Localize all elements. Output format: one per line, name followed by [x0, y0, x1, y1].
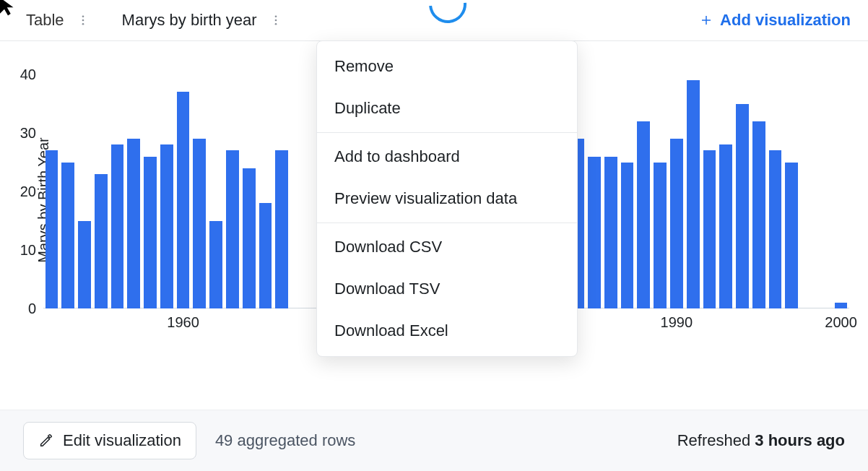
bar[interactable] — [61, 163, 74, 308]
tab-table-label: Table — [26, 11, 64, 30]
edit-icon — [38, 433, 54, 449]
svg-point-0 — [82, 15, 84, 17]
svg-point-3 — [274, 15, 277, 17]
x-tick: 1990 — [661, 314, 693, 331]
menu-remove[interactable]: Remove — [317, 46, 577, 87]
bar[interactable] — [736, 104, 749, 308]
bar[interactable] — [687, 80, 700, 308]
bar[interactable] — [209, 221, 222, 308]
bar[interactable] — [275, 150, 288, 308]
bar[interactable] — [752, 121, 765, 308]
bar[interactable] — [719, 144, 732, 308]
tab-table-menu-button[interactable] — [73, 10, 93, 30]
bar[interactable] — [769, 150, 782, 308]
bar[interactable] — [670, 139, 683, 308]
refreshed-label: Refreshed 3 hours ago — [677, 431, 845, 450]
tab-table[interactable]: Table — [17, 0, 73, 40]
svg-point-2 — [82, 23, 84, 25]
add-visualization-button[interactable]: Add visualization — [700, 11, 851, 30]
tab-viz-menu-button[interactable] — [266, 10, 286, 30]
tab-table-wrap: Table — [17, 0, 93, 40]
svg-point-5 — [274, 23, 277, 25]
menu-download-excel[interactable]: Download Excel — [317, 310, 577, 352]
tab-context-menu: Remove Duplicate Add to dashboard Previe… — [316, 40, 578, 357]
menu-download-tsv[interactable]: Download TSV — [317, 268, 577, 310]
bar[interactable] — [160, 144, 173, 308]
edit-visualization-button[interactable]: Edit visualization — [23, 422, 196, 459]
bar[interactable] — [177, 92, 190, 308]
menu-add-to-dashboard[interactable]: Add to dashboard — [317, 136, 577, 178]
bar[interactable] — [785, 163, 798, 308]
menu-preview-data[interactable]: Preview visualization data — [317, 178, 577, 220]
menu-download-csv[interactable]: Download CSV — [317, 226, 577, 268]
add-visualization-label: Add visualization — [720, 11, 851, 30]
tab-visualization-label: Marys by birth year — [122, 11, 257, 30]
edit-visualization-label: Edit visualization — [63, 431, 181, 450]
menu-separator — [317, 222, 577, 223]
refreshed-value: 3 hours ago — [755, 431, 845, 449]
bar[interactable] — [78, 221, 91, 308]
y-tick: 20 — [20, 183, 36, 200]
bar[interactable] — [45, 150, 58, 308]
x-tick: 2000 — [825, 314, 857, 331]
refreshed-prefix: Refreshed — [677, 431, 755, 449]
bar[interactable] — [621, 163, 634, 308]
bar[interactable] — [95, 174, 108, 308]
tab-visualization[interactable]: Marys by birth year — [113, 0, 266, 40]
bar[interactable] — [226, 150, 239, 308]
kebab-icon — [269, 14, 282, 27]
bar[interactable] — [588, 157, 601, 308]
bar[interactable] — [144, 157, 157, 308]
bar[interactable] — [703, 150, 716, 308]
y-tick: 10 — [20, 242, 36, 259]
cursor-icon — [0, 0, 19, 17]
tab-viz-wrap: Marys by birth year — [113, 0, 286, 40]
bar[interactable] — [259, 203, 272, 308]
svg-point-1 — [82, 20, 84, 22]
kebab-icon — [77, 14, 90, 27]
bar[interactable] — [111, 144, 124, 308]
bar[interactable] — [604, 157, 617, 308]
plus-icon — [700, 14, 713, 27]
y-tick: 0 — [28, 301, 36, 317]
footer-bar: Edit visualization 49 aggregated rows Re… — [0, 410, 868, 471]
x-tick: 1960 — [167, 314, 199, 331]
menu-separator — [317, 132, 577, 133]
bar[interactable] — [193, 139, 206, 308]
aggregated-rows-label: 49 aggregated rows — [215, 431, 355, 450]
bar[interactable] — [127, 139, 140, 308]
bar[interactable] — [835, 303, 848, 308]
bar[interactable] — [243, 168, 256, 308]
menu-duplicate[interactable]: Duplicate — [317, 87, 577, 129]
bar[interactable] — [637, 121, 650, 308]
svg-point-4 — [274, 20, 277, 22]
bar[interactable] — [654, 163, 667, 308]
y-tick: 40 — [20, 66, 36, 83]
y-tick: 30 — [20, 125, 36, 142]
